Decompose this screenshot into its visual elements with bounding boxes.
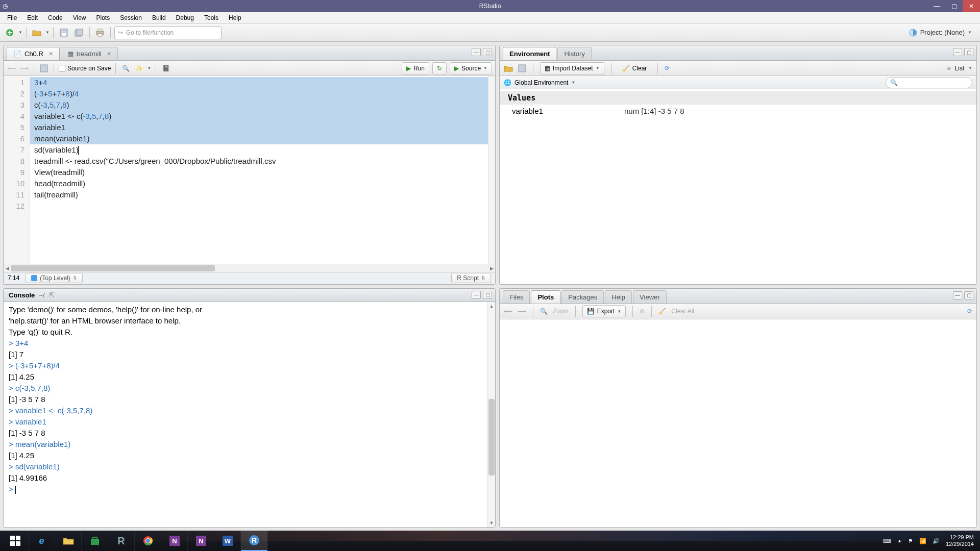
re-run-button[interactable]: ↻ (432, 62, 447, 74)
pane-maximize-button[interactable]: ▢ (483, 291, 492, 299)
code-line[interactable]: treadmill <- read.csv("C:/Users/green_00… (30, 156, 495, 167)
tab-environment[interactable]: Environment (503, 47, 556, 60)
taskbar-onenote1[interactable]: N (161, 531, 188, 551)
code-line[interactable]: View(treadmill) (30, 167, 495, 178)
horizontal-splitter[interactable] (3, 285, 496, 288)
pane-minimize-button[interactable]: — (472, 48, 481, 56)
tray-flag-icon[interactable]: ⚑ (908, 538, 913, 544)
zoom-label[interactable]: Zoom (553, 308, 569, 315)
taskbar-rstudio[interactable]: R (241, 531, 267, 551)
wand-icon[interactable]: ✨ (134, 63, 144, 73)
tab-plots[interactable]: Plots (531, 290, 560, 304)
scope-selector[interactable]: (Top Level) ⇅ (26, 273, 82, 283)
run-button[interactable]: ▶ Run (402, 62, 429, 74)
editor-hscrollbar[interactable]: ◀ ▶ (4, 264, 495, 272)
pane-minimize-button[interactable]: — (472, 291, 481, 299)
menu-tools[interactable]: Tools (200, 13, 223, 22)
editor-vscrollbar[interactable] (488, 76, 495, 264)
source-button[interactable]: ▶ Source ▼ (450, 62, 492, 74)
taskbar-explorer[interactable] (55, 531, 82, 551)
plot-prev-icon[interactable]: ⟵ (504, 308, 512, 315)
tab-viewer[interactable]: Viewer (633, 290, 667, 304)
taskbar-store[interactable] (82, 531, 108, 551)
env-variable-row[interactable]: variable1 num [1:4] -3 5 7 8 (500, 105, 976, 118)
export-button[interactable]: 💾 Export ▼ (582, 305, 626, 317)
vertical-splitter[interactable] (496, 45, 499, 528)
tab-packages[interactable]: Packages (561, 290, 604, 304)
code-line[interactable]: 3+4 (30, 77, 495, 88)
menu-file[interactable]: File (3, 13, 21, 22)
save-icon[interactable] (39, 63, 49, 73)
code-line[interactable]: head(treadmill) (30, 178, 495, 189)
pane-maximize-button[interactable]: ▢ (964, 48, 973, 56)
list-view-label[interactable]: List (954, 65, 964, 72)
tray-expand-icon[interactable]: ▲ (897, 538, 902, 543)
scroll-down-icon[interactable]: ▼ (487, 519, 495, 527)
popout-icon[interactable]: ⇱ (49, 291, 55, 299)
find-icon[interactable]: 🔍 (120, 63, 131, 73)
source-on-save-checkbox[interactable]: Source on Save (59, 65, 111, 72)
maximize-button[interactable]: ▢ (945, 0, 963, 12)
refresh-icon[interactable]: ⟳ (665, 65, 670, 72)
taskbar-r[interactable]: R (108, 531, 135, 551)
refresh-plots-icon[interactable]: ⟳ (967, 308, 972, 315)
dropdown-caret-icon[interactable]: ▼ (18, 30, 22, 35)
zoom-icon[interactable]: 🔍 (540, 308, 548, 315)
tray-keyboard-icon[interactable]: ⌨ (883, 538, 891, 544)
minimize-button[interactable]: — (928, 0, 945, 12)
scroll-left-icon[interactable]: ◀ (4, 264, 11, 272)
code-line[interactable]: tail(treadmill) (30, 189, 495, 201)
pane-maximize-button[interactable]: ▢ (964, 291, 973, 299)
menu-edit[interactable]: Edit (23, 13, 42, 22)
plot-next-icon[interactable]: ⟶ (518, 308, 526, 315)
close-tab-icon[interactable]: ✕ (48, 51, 53, 57)
save-workspace-icon[interactable] (518, 64, 526, 72)
remove-plot-icon[interactable]: ⊘ (640, 308, 645, 315)
tray-volume-icon[interactable]: 🔊 (933, 538, 940, 544)
menu-build[interactable]: Build (148, 13, 170, 22)
close-button[interactable]: ✕ (963, 0, 980, 12)
print-button[interactable] (93, 26, 107, 39)
dropdown-caret-icon[interactable]: ▼ (571, 80, 575, 85)
clear-all-label[interactable]: Clear All (671, 308, 694, 315)
code-line[interactable]: sd(variable1) (30, 144, 495, 156)
scroll-right-icon[interactable]: ▶ (488, 264, 495, 272)
pane-maximize-button[interactable]: ▢ (483, 48, 492, 56)
notebook-icon[interactable]: 📓 (161, 63, 171, 73)
goto-file-function-input[interactable]: ↪ Go to file/function (114, 26, 222, 39)
import-dataset-button[interactable]: ▦ Import Dataset ▼ (540, 62, 604, 74)
menu-plots[interactable]: Plots (92, 13, 114, 22)
save-all-button[interactable] (72, 26, 86, 39)
taskbar-ie[interactable]: e (29, 531, 55, 551)
menu-help[interactable]: Help (225, 13, 246, 22)
scope-name[interactable]: Global Environment (514, 79, 568, 86)
tray-clock[interactable]: 12:29 PM 12/29/2014 (946, 534, 974, 547)
console-output[interactable]: Type 'demo()' for some demos, 'help()' f… (4, 302, 495, 528)
editor-tab-ch0r[interactable]: 📄 Ch0.R ✕ (7, 47, 60, 60)
clear-env-button[interactable]: 🧹 Clear (618, 62, 651, 74)
code-line[interactable]: mean(variable1) (30, 133, 495, 144)
tab-history[interactable]: History (557, 47, 591, 60)
taskbar-word[interactable]: W (214, 531, 241, 551)
tray-network-icon[interactable]: 📶 (919, 538, 926, 544)
code-line[interactable]: variable1 <- c(-3,5,7,8) (30, 111, 495, 122)
dropdown-caret-icon[interactable]: ▼ (147, 66, 151, 70)
start-button[interactable] (2, 531, 29, 551)
tab-help[interactable]: Help (605, 290, 632, 304)
code-line[interactable]: c(-3,5,7,8) (30, 99, 495, 111)
taskbar-onenote2[interactable]: N (188, 531, 214, 551)
broom-icon[interactable]: 🧹 (658, 308, 666, 315)
save-button[interactable] (57, 26, 70, 39)
menu-session[interactable]: Session (116, 13, 146, 22)
new-file-button[interactable] (3, 26, 16, 39)
nav-fwd-icon[interactable]: ⟶ (19, 63, 29, 73)
dropdown-caret-icon[interactable]: ▼ (45, 30, 50, 35)
menu-debug[interactable]: Debug (172, 13, 198, 22)
code-line[interactable]: (-3+5+7+8)/4 (30, 88, 495, 99)
project-selector[interactable]: Project: (None) ▼ (909, 29, 977, 37)
code-line[interactable]: variable1 (30, 122, 495, 133)
editor-tab-treadmill[interactable]: ▦ treadmill ✕ (61, 47, 118, 60)
tab-files[interactable]: Files (503, 290, 530, 304)
open-file-button[interactable] (30, 26, 43, 39)
close-tab-icon[interactable]: ✕ (107, 51, 111, 57)
